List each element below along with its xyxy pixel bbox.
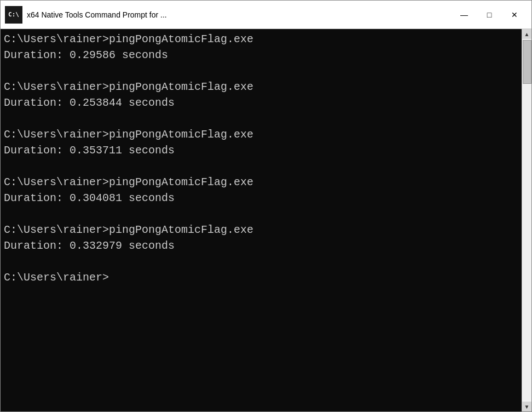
terminal-empty-line <box>4 158 518 174</box>
scrollbar-down-button[interactable]: ▼ <box>522 402 532 411</box>
minimize-button[interactable]: — <box>452 6 477 24</box>
terminal-line: C:\Users\rainer>pingPongAtomicFlag.exe <box>4 79 518 95</box>
terminal-empty-line <box>4 254 518 270</box>
terminal-line: Duration: 0.253844 seconds <box>4 95 518 111</box>
window: C:\ x64 Native Tools Command Prompt for … <box>0 0 532 412</box>
scrollbar-thumb[interactable] <box>523 40 531 84</box>
titlebar: C:\ x64 Native Tools Command Prompt for … <box>1 1 531 29</box>
terminal-line: C:\Users\rainer>pingPongAtomicFlag.exe <box>4 174 518 190</box>
app-icon-text: C:\ <box>8 12 19 18</box>
terminal-line: Duration: 0.304081 seconds <box>4 190 518 206</box>
terminal-empty-line <box>4 63 518 79</box>
scrollbar-up-button[interactable]: ▲ <box>522 29 532 39</box>
terminal-line: C:\Users\rainer>pingPongAtomicFlag.exe <box>4 31 518 47</box>
scrollbar-track[interactable] <box>522 39 531 402</box>
terminal-empty-line <box>4 206 518 222</box>
scrollbar[interactable]: ▲ ▼ <box>522 29 531 411</box>
terminal-line: Duration: 0.353711 seconds <box>4 142 518 158</box>
terminal-empty-line <box>4 111 518 127</box>
close-button[interactable]: ✕ <box>502 6 527 24</box>
window-body: C:\Users\rainer>pingPongAtomicFlag.exeDu… <box>1 29 531 411</box>
terminal-line: C:\Users\rainer> <box>4 270 518 285</box>
maximize-button[interactable]: □ <box>477 6 502 24</box>
window-title: x64 Native Tools Command Prompt for ... <box>27 10 452 19</box>
window-controls: — □ ✕ <box>452 6 527 24</box>
terminal-line: C:\Users\rainer>pingPongAtomicFlag.exe <box>4 222 518 238</box>
terminal-line: C:\Users\rainer>pingPongAtomicFlag.exe <box>4 127 518 142</box>
app-icon: C:\ <box>5 6 22 24</box>
terminal-line: Duration: 0.332979 seconds <box>4 238 518 254</box>
terminal-line: Duration: 0.29586 seconds <box>4 47 518 63</box>
terminal[interactable]: C:\Users\rainer>pingPongAtomicFlag.exeDu… <box>1 29 522 411</box>
